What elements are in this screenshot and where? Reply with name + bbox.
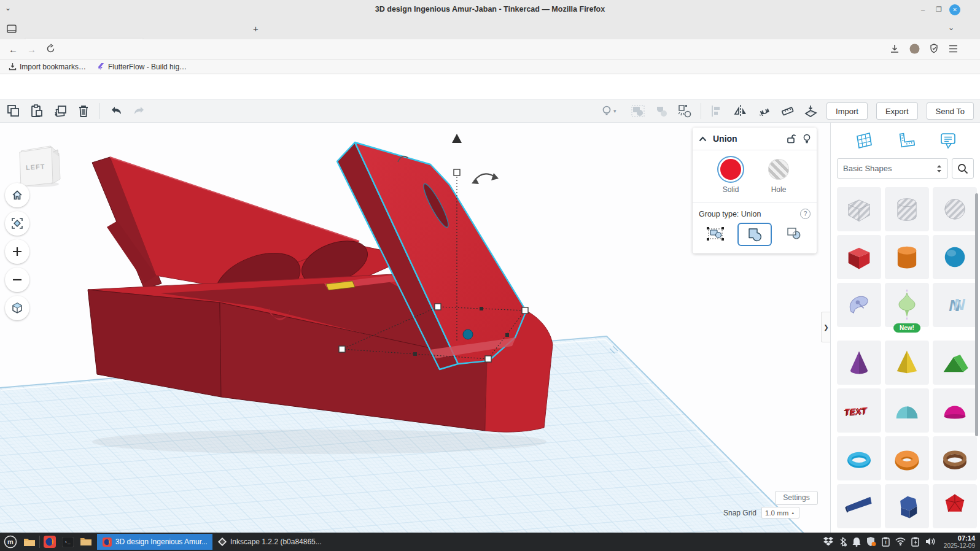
desktop-folder-icon[interactable] [23,537,36,547]
collapse-chevron-icon[interactable] [699,136,707,142]
new-tab-button[interactable]: + [253,23,259,34]
menu-hamburger-icon[interactable] [949,45,958,53]
shape-cone[interactable] [837,341,881,385]
group-type-intersect-button[interactable] [777,223,811,245]
close-button[interactable]: ✕ [949,4,960,15]
snap-grid-select[interactable]: 1.0 mm ▴ [761,507,799,518]
wifi-icon[interactable] [895,538,906,545]
shape-cylinder-hole[interactable] [885,187,929,231]
perspective-toggle-button[interactable] [5,296,29,320]
firefox-view-icon[interactable] [6,23,17,34]
bookmark-flutterflow[interactable]: FlutterFlow - Build hig… [97,63,187,71]
shape-hemisphere[interactable] [933,388,977,433]
shape-box-hole[interactable] [837,187,881,231]
list-all-tabs-icon[interactable]: ⌄ [948,23,954,32]
shape-roof[interactable] [933,341,977,385]
minimize-button[interactable]: – [917,4,928,15]
view-cube-face-label[interactable]: LEFT [26,163,45,171]
scale-corner-handle[interactable] [339,346,345,352]
account-icon[interactable] [909,44,920,54]
shape-text[interactable]: TEXTTEXT [837,388,881,433]
power-manager-icon[interactable] [911,537,920,547]
notes-icon[interactable] [939,131,957,150]
delete-icon[interactable] [76,104,91,118]
group-type-select-button[interactable] [699,223,732,245]
zoom-in-button[interactable] [5,239,29,264]
scale-corner-handle[interactable] [522,307,528,314]
workplane-icon[interactable] [854,131,873,150]
restore-button[interactable]: ❐ [933,4,944,15]
undo-icon[interactable] [109,104,123,118]
launcher-firefox-icon[interactable] [44,536,56,548]
shape-half-cylinder[interactable] [885,388,929,433]
rotate-handle[interactable] [491,173,499,180]
mirror-icon[interactable] [733,104,748,118]
shape-box[interactable] [837,235,881,279]
launcher-terminal-icon[interactable]: ›_ [62,537,74,547]
ungroup-icon[interactable] [654,104,669,118]
ruler-tool-icon[interactable] [896,131,915,150]
back-icon[interactable]: ← [9,44,18,55]
shape-cylinder[interactable] [885,235,929,279]
scale-corner-handle[interactable] [435,304,441,310]
extensions-icon[interactable] [929,44,939,53]
shield-icon[interactable] [866,536,876,547]
unlock-icon[interactable] [787,134,796,144]
help-icon[interactable]: ? [800,209,811,219]
hole-pattern-circle[interactable] [768,159,789,180]
zoom-out-button[interactable] [5,268,29,292]
forward-icon[interactable]: → [27,44,36,55]
volume-icon[interactable] [925,537,936,546]
duplicate-icon[interactable] [53,104,68,118]
shape-category-select[interactable]: Basic Shapes [837,158,948,179]
scale-mid-handle[interactable] [413,352,417,356]
paste-icon[interactable] [29,104,44,118]
show-all-icon[interactable]: ▾ [600,104,622,118]
shape-sphere[interactable] [933,235,977,279]
send-to-button[interactable]: Send To [927,102,974,120]
task-window-inkscape[interactable]: Inkscape 1.2.2 (b0a84865... [212,534,327,550]
bookmark-import[interactable]: Import bookmarks… [9,63,86,71]
shape-top[interactable]: New! [885,283,929,327]
fit-view-button[interactable] [5,211,29,236]
export-button[interactable]: Export [876,102,918,120]
hole-swatch[interactable]: Hole [768,159,789,194]
notifications-bell-icon[interactable] [852,537,861,547]
shape-squiggle[interactable]: NN [933,283,977,327]
solid-swatch[interactable]: Solid [720,159,741,194]
workplane-tool-icon[interactable] [803,104,818,118]
downloads-icon[interactable] [890,44,900,54]
dropbox-icon[interactable] [823,537,833,546]
task-window-tinkercad[interactable]: 3D design Ingenious Amur... [97,534,212,550]
shape-pyramid[interactable] [885,341,929,385]
group-type-union-button[interactable] [737,223,772,246]
group-icon[interactable] [631,104,645,118]
app-menu-icon[interactable]: m [4,535,17,549]
magnet-icon[interactable] [756,104,771,118]
copy-icon[interactable] [6,104,21,118]
bulb-icon[interactable] [803,134,811,144]
clipboard-alert-icon[interactable]: ! [882,537,890,547]
bluetooth-icon[interactable] [839,537,847,547]
shape-polygon[interactable] [885,484,929,528]
shape-wedge[interactable] [837,484,881,528]
scale-mid-handle[interactable] [480,307,483,310]
shape-torus-thick[interactable] [885,436,929,480]
home-view-button[interactable] [5,183,29,207]
shape-torus[interactable] [837,436,881,480]
view-cube[interactable]: LEFT [7,134,64,189]
scale-mid-handle[interactable] [505,333,509,337]
search-shapes-button[interactable] [952,158,974,179]
shape-icosahedron[interactable] [933,484,977,528]
align-icon[interactable] [710,104,725,118]
import-button[interactable]: Import [826,102,868,120]
ungroup-all-icon[interactable] [677,104,692,118]
height-handle[interactable] [454,169,460,175]
launcher-files-icon[interactable] [80,537,92,547]
reload-icon[interactable] [45,44,56,54]
clock[interactable]: 07:14 2025-12-09 [944,534,975,549]
redo-icon[interactable] [132,104,147,118]
shape-scribble[interactable] [837,283,881,327]
scrollbar-thumb[interactable] [975,193,978,436]
settings-button[interactable]: Settings [775,491,818,505]
